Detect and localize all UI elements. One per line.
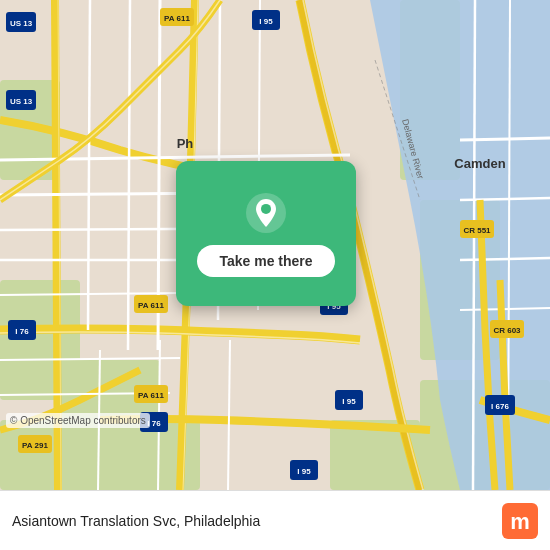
bottom-bar: Asiantown Translation Svc, Philadelphia … (0, 490, 550, 550)
svg-point-65 (261, 203, 271, 213)
svg-text:CR 603: CR 603 (493, 326, 521, 335)
location-pin-icon (244, 190, 288, 234)
svg-text:PA 611: PA 611 (164, 14, 190, 23)
moovit-icon: m (502, 503, 538, 539)
svg-text:m: m (510, 509, 530, 534)
moovit-logo: m (502, 503, 538, 539)
svg-text:US 13: US 13 (10, 19, 33, 28)
svg-text:PA 611: PA 611 (138, 301, 164, 310)
take-me-there-button[interactable]: Take me there (197, 244, 334, 276)
svg-text:I 76: I 76 (15, 327, 29, 336)
svg-text:I 676: I 676 (491, 402, 509, 411)
svg-text:I 95: I 95 (259, 17, 273, 26)
bottom-title: Asiantown Translation Svc, Philadelphia (12, 513, 260, 529)
svg-text:Camden: Camden (454, 156, 505, 171)
map-container: US 13 US 13 I 95 PA 611 PA 611 PA 611 I … (0, 0, 550, 490)
svg-text:I 95: I 95 (297, 467, 311, 476)
svg-text:CR 551: CR 551 (463, 226, 491, 235)
svg-text:US 13: US 13 (10, 97, 33, 106)
svg-text:Ph: Ph (177, 136, 194, 151)
svg-text:PA 291: PA 291 (22, 441, 48, 450)
svg-rect-4 (0, 420, 200, 490)
popup-overlay: Take me there (176, 161, 356, 306)
svg-text:I 95: I 95 (342, 397, 356, 406)
copyright-text: © OpenStreetMap contributors (6, 413, 150, 428)
svg-text:PA 611: PA 611 (138, 391, 164, 400)
